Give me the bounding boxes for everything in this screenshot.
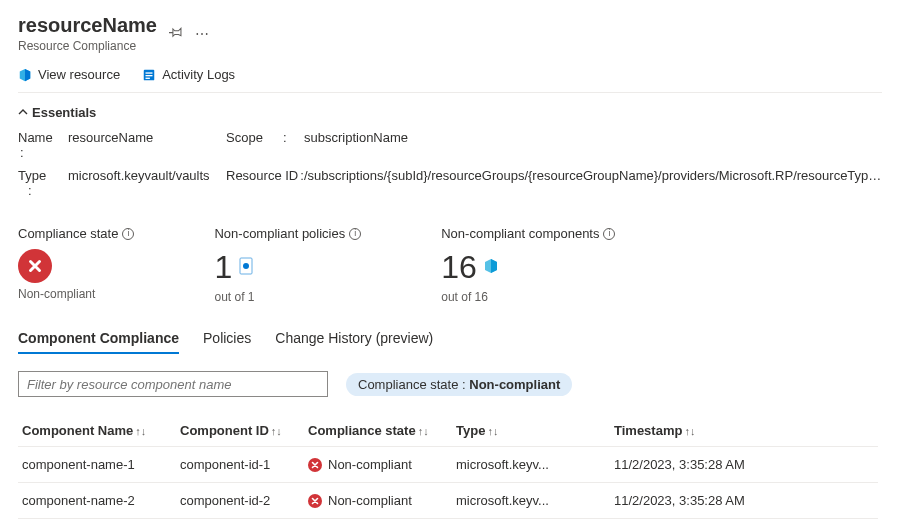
info-icon[interactable]: i [349,228,361,240]
components-label: Non-compliant components [441,226,599,241]
essentials-type-label: Type: [18,168,60,198]
compliance-state-filter-pill[interactable]: Compliance state : Non-compliant [346,373,572,396]
cell-name: component-name-2 [22,493,172,508]
compliance-state-stat: Compliance state i Non-compliant [18,226,134,304]
log-icon [142,68,156,82]
essentials-resourceid-value: /subscriptions/{subId}/resourceGroups/{r… [304,168,882,183]
tab-component-compliance[interactable]: Component Compliance [18,330,179,354]
info-icon[interactable]: i [122,228,134,240]
col-type[interactable]: Type↑↓ [456,423,606,438]
col-compliance-state[interactable]: Compliance state↑↓ [308,423,448,438]
pill-value: Non-compliant [469,377,560,392]
cell-state: Non-compliant [308,457,448,472]
compliance-state-value: Non-compliant [18,287,134,301]
compliance-state-label: Compliance state [18,226,118,241]
cell-type: microsoft.keyv... [456,457,606,472]
policies-stat: Non-compliant policies i 1 out of 1 [214,226,361,304]
view-resource-button[interactable]: View resource [18,67,120,82]
page-subtitle: Resource Compliance [18,39,157,53]
svg-rect-3 [146,77,150,78]
essentials-resourceid-label: Resource ID: [226,168,296,183]
sort-icon: ↑↓ [135,425,146,437]
more-icon[interactable]: ⋯ [195,26,209,42]
essentials-scope-label: Scope: [226,130,296,145]
table-row[interactable]: component-name-3component-id-3Non-compli… [18,518,878,530]
essentials-scope-value: subscriptionName [304,130,882,145]
chevron-up-icon [18,105,28,120]
essentials-name-label: Name: [18,130,60,160]
policies-total: out of 1 [214,290,361,304]
col-timestamp[interactable]: Timestamp↑↓ [614,423,784,438]
components-table: Component Name↑↓ Component ID↑↓ Complian… [18,415,878,530]
sort-icon: ↑↓ [271,425,282,437]
policy-icon [238,257,254,278]
divider [18,92,882,93]
cell-id: component-id-1 [180,457,300,472]
components-count: 16 [441,249,477,286]
cube-icon [483,258,499,277]
sort-icon: ↑↓ [487,425,498,437]
cell-name: component-name-1 [22,457,172,472]
cell-type: microsoft.keyv... [456,493,606,508]
svg-rect-2 [146,75,153,76]
svg-point-5 [243,263,249,269]
svg-rect-1 [146,72,153,73]
cell-id: component-id-2 [180,493,300,508]
cube-icon [18,68,32,82]
page-title: resourceName [18,14,157,37]
activity-logs-button[interactable]: Activity Logs [142,67,235,82]
filter-input[interactable] [18,371,328,397]
components-total: out of 16 [441,290,615,304]
table-row[interactable]: component-name-1component-id-1Non-compli… [18,446,878,482]
cell-timestamp: 11/2/2023, 3:35:28 AM [614,493,784,508]
tab-change-history[interactable]: Change History (preview) [275,330,433,354]
col-component-id[interactable]: Component ID↑↓ [180,423,300,438]
view-resource-label: View resource [38,67,120,82]
policies-label: Non-compliant policies [214,226,345,241]
noncompliant-icon [308,494,322,508]
noncompliant-icon [18,249,52,283]
sort-icon: ↑↓ [418,425,429,437]
pin-icon[interactable] [169,25,183,42]
sort-icon: ↑↓ [684,425,695,437]
essentials-name-value: resourceName [68,130,218,145]
policies-count: 1 [214,249,232,286]
cell-timestamp: 11/2/2023, 3:35:28 AM [614,457,784,472]
activity-logs-label: Activity Logs [162,67,235,82]
essentials-type-value: microsoft.keyvault/vaults [68,168,218,183]
components-stat: Non-compliant components i 16 out of 16 [441,226,615,304]
col-component-name[interactable]: Component Name↑↓ [22,423,172,438]
essentials-toggle[interactable]: Essentials [18,105,882,120]
table-row[interactable]: component-name-2component-id-2Non-compli… [18,482,878,518]
info-icon[interactable]: i [603,228,615,240]
cell-state: Non-compliant [308,493,448,508]
tab-policies[interactable]: Policies [203,330,251,354]
noncompliant-icon [308,458,322,472]
pill-prefix: Compliance state : [358,377,469,392]
essentials-label: Essentials [32,105,96,120]
